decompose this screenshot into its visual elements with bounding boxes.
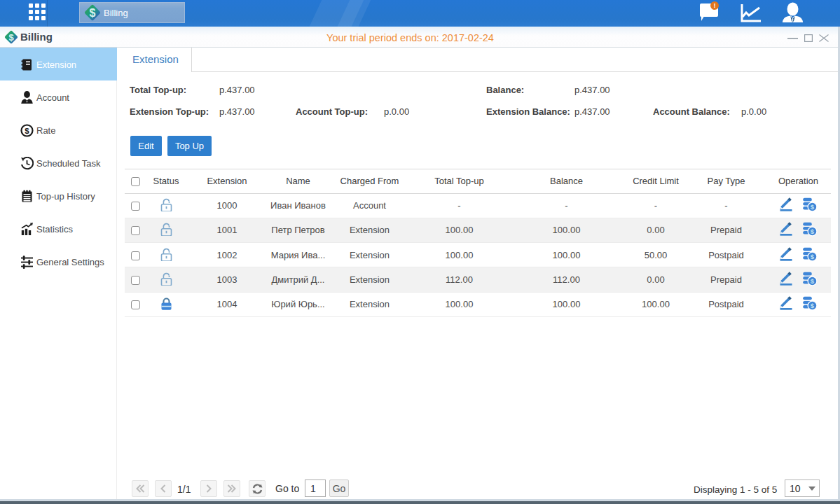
svg-text:$: $ (810, 203, 814, 211)
svg-text:$: $ (90, 7, 96, 19)
svg-text:$: $ (810, 302, 814, 309)
svg-text:$: $ (810, 253, 814, 260)
svg-text:$: $ (810, 227, 814, 235)
svg-text:$: $ (25, 127, 29, 135)
svg-text:$: $ (810, 277, 814, 285)
